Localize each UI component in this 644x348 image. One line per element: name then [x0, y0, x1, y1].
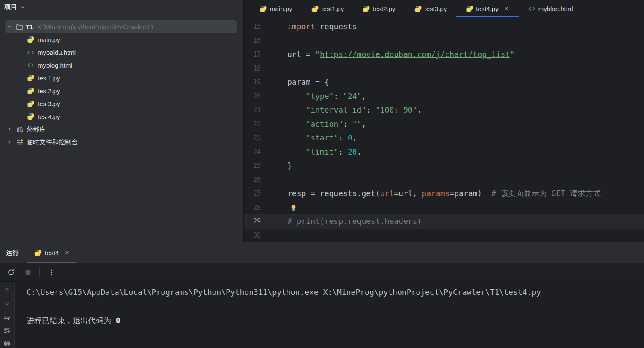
line-number[interactable]: 15 [244, 20, 284, 34]
run-tab-label: test4 [45, 249, 59, 256]
python-icon [27, 100, 34, 107]
console-output[interactable]: C:\Users\G15\AppData\Local\Programs\Pyth… [15, 282, 644, 348]
line-number[interactable]: 24 [244, 145, 284, 159]
scroll-end-button[interactable] [2, 326, 12, 335]
more-options-button[interactable] [46, 267, 57, 278]
ide-window: 项目 T1 X:\MineProg\pythonProject\PyCrawle… [0, 0, 644, 348]
code-text: "action": "", [284, 117, 644, 131]
tree-item-外部库[interactable]: 外部库 [0, 123, 243, 136]
editor-tab-test4.py[interactable]: test4.py [456, 0, 519, 17]
arrow-up-button[interactable] [2, 286, 12, 294]
code-text: "limit": 20, [284, 145, 644, 159]
line-number[interactable]: 28 [244, 201, 284, 215]
code-line-18: 18 [244, 62, 644, 76]
tree-item-label: test1.py [38, 74, 60, 82]
bulb-icon[interactable] [290, 204, 297, 211]
toolbar-separator [39, 268, 40, 277]
project-tree: T1 X:\MineProg\pythonProject\PyCrawler\T… [0, 20, 243, 149]
arrow-down-icon [3, 300, 11, 307]
line-number[interactable]: 17 [244, 48, 284, 62]
html-icon [27, 62, 34, 69]
code-line-27: 27resp = requests.get(url=url, params=pa… [244, 187, 644, 201]
project-tree-files: main.pymybaidu.htmlmyblog.htmltest1.pyte… [0, 33, 243, 123]
tree-item-test2.py[interactable]: test2.py [0, 84, 243, 97]
line-number[interactable]: 20 [244, 89, 284, 104]
code-line-23: 23 "start": 0, [244, 131, 644, 145]
tree-item-label: test3.py [38, 100, 60, 107]
project-panel-title: 项目 [4, 3, 17, 11]
rerun-button[interactable] [5, 267, 16, 278]
tree-item-mybaidu.html[interactable]: mybaidu.html [0, 46, 243, 59]
chevron-right-icon[interactable] [6, 139, 12, 145]
editor-tab-myblog.html[interactable]: myblog.html [519, 0, 582, 17]
code-editor[interactable]: 15import requests1617url = "https://movi… [244, 17, 644, 242]
line-number[interactable]: 23 [244, 131, 284, 145]
tree-item-label: myblog.html [38, 62, 72, 69]
code-line-30: 30 [244, 229, 644, 242]
code-line-25: 25} [244, 159, 644, 173]
line-number[interactable]: 18 [244, 62, 284, 76]
softwrap-button[interactable] [2, 312, 12, 321]
code-text: import requests [284, 20, 644, 34]
code-text: "type": "24", [284, 89, 644, 104]
code-text: resp = requests.get(url=url, params=para… [284, 187, 644, 201]
project-panel-header[interactable]: 项目 [0, 0, 243, 14]
tab-label: test2.py [373, 5, 396, 12]
code-text: url = "https://movie.douban.com/j/chart/… [284, 48, 644, 62]
code-line-15: 15import requests [244, 20, 644, 34]
line-number[interactable]: 16 [244, 34, 284, 48]
code-text: } [284, 159, 644, 173]
tree-item-myblog.html[interactable]: myblog.html [0, 59, 243, 71]
code-line-22: 22 "action": "", [244, 117, 644, 131]
tree-item-root[interactable]: T1 X:\MineProg\pythonProject\PyCrawler\T… [0, 20, 243, 33]
run-tab-test4[interactable]: test4 [27, 242, 76, 263]
stop-button[interactable] [22, 267, 33, 278]
code-text: "start": 0, [284, 131, 644, 145]
close-icon[interactable] [64, 250, 70, 256]
tab-label: main.py [270, 5, 292, 12]
tree-item-test1.py[interactable]: test1.py [0, 71, 243, 84]
chevron-down-icon [20, 4, 26, 10]
editor-tab-main.py[interactable]: main.py [250, 0, 302, 17]
tree-item-label: 外部库 [27, 125, 46, 134]
chevron-right-icon[interactable] [6, 126, 12, 132]
html-icon [27, 49, 34, 56]
python-icon [27, 36, 34, 43]
tree-item-临时文件和控制台[interactable]: 临时文件和控制台 [0, 136, 243, 149]
code-line-26: 26 [244, 173, 644, 187]
line-number[interactable]: 25 [244, 159, 284, 173]
code-line-20: 20 "type": "24", [244, 89, 644, 104]
python-icon [27, 74, 34, 82]
tree-item-test3.py[interactable]: test3.py [0, 97, 243, 110]
line-number[interactable]: 26 [244, 173, 284, 187]
line-number[interactable]: 21 [244, 103, 284, 117]
code-line-16: 16 [244, 34, 644, 48]
code-line-19: 19param = { [244, 75, 644, 89]
printer-button[interactable] [2, 339, 12, 348]
line-number[interactable]: 27 [244, 187, 284, 201]
line-number[interactable]: 19 [244, 75, 284, 89]
tree-item-test4.py[interactable]: test4.py [0, 110, 243, 123]
code-text: # print(resp.request.headers) [284, 214, 644, 229]
tree-item-main.py[interactable]: main.py [0, 33, 243, 46]
library-icon [16, 126, 24, 133]
tab-label: myblog.html [538, 5, 573, 12]
line-number[interactable]: 29 [244, 214, 284, 229]
editor-tab-test3.py[interactable]: test3.py [405, 0, 457, 17]
arrow-up-icon [3, 286, 11, 294]
console-line: C:\Users\G15\AppData\Local\Programs\Pyth… [27, 285, 644, 299]
tab-label: test1.py [322, 5, 344, 12]
python-icon [27, 113, 34, 120]
scroll-end-icon [3, 327, 11, 334]
chevron-down-icon[interactable] [6, 24, 12, 30]
python-icon [311, 5, 319, 12]
code-text: param = { [284, 75, 644, 89]
line-number[interactable]: 22 [244, 117, 284, 131]
close-icon[interactable] [503, 6, 509, 12]
editor-tab-test2.py[interactable]: test2.py [353, 0, 405, 17]
line-number[interactable]: 30 [244, 229, 284, 242]
console-line [27, 299, 644, 313]
tree-item-label: mybaidu.html [38, 49, 76, 56]
arrow-down-button[interactable] [2, 299, 12, 308]
editor-tab-test1.py[interactable]: test1.py [302, 0, 354, 17]
